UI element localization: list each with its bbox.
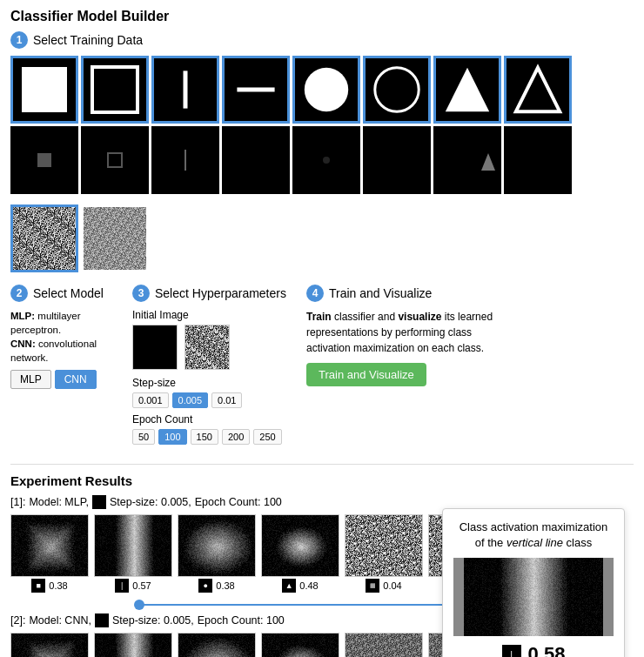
training-cell-small-tri[interactable] (433, 126, 501, 194)
result-1-model: Model: MLP, (29, 496, 89, 508)
step-size-001[interactable]: 0.01 (211, 392, 242, 408)
result-2-item-2[interactable]: ○ 0.70 (178, 633, 256, 657)
result-1-score-0: ■ 0.38 (31, 579, 67, 593)
result-1-item-2[interactable]: ● 0.38 (178, 514, 256, 593)
result-2-img-0 (10, 633, 89, 657)
step2-header: 2 Select Model (10, 285, 115, 302)
score-icon-vline: | (115, 579, 129, 593)
step1-label: Select Training Data (33, 33, 143, 47)
score-val-2: 0.38 (216, 580, 234, 591)
mlp-bold: MLP: (10, 311, 35, 321)
tooltip-score-value: 0.58 (528, 643, 566, 657)
result-2-img-3 (261, 633, 339, 657)
initial-image-black[interactable] (132, 325, 178, 370)
training-cell-small-sq[interactable] (10, 126, 78, 194)
initial-image-group: Initial Image (132, 309, 289, 370)
result-1-chip (92, 495, 106, 509)
epoch-100[interactable]: 100 (158, 429, 186, 445)
step4-header: 4 Train and Visualize (306, 285, 634, 302)
result-2-chip (95, 613, 109, 627)
step2-badge: 2 (10, 285, 28, 302)
result-2-item-4[interactable]: ▦ 0.03 (345, 633, 423, 657)
training-cell-small-hollow-sq[interactable] (81, 126, 149, 194)
training-cell-small-circ[interactable] (292, 126, 360, 194)
result-1-img-0 (10, 514, 89, 577)
result-1-item-0[interactable]: ■ 0.38 (10, 514, 89, 593)
result-1-img-2 (178, 514, 256, 577)
result-2-item-3[interactable]: ▲ 0.76 (261, 633, 339, 657)
initial-image-noise[interactable] (184, 325, 230, 370)
result-1-item-4[interactable]: ▦ 0.04 (345, 514, 423, 593)
connector-container (139, 596, 479, 616)
noise-cell-2[interactable] (81, 204, 149, 272)
result-1-item-3[interactable]: ▲ 0.48 (261, 514, 339, 593)
result-1-stepsize: Step-size: 0.005, (110, 496, 191, 508)
select-hyper-section: 3 Select Hyperparameters Initial Image S… (132, 285, 289, 450)
train-visualize-button[interactable]: Train and Visualize (306, 363, 426, 386)
sections-row: 2 Select Model MLP: multilayer perceptro… (10, 285, 634, 450)
score-icon-sq: ■ (31, 579, 45, 593)
step-size-group: Step-size 0.001 0.005 0.01 (132, 377, 289, 408)
training-grid (10, 56, 634, 194)
noise-cell-1[interactable] (10, 204, 78, 272)
noise-row (10, 204, 634, 272)
training-cell-small-horiz[interactable] (222, 126, 290, 194)
result-1-epoch: Epoch Count: 100 (195, 496, 282, 508)
result-2-index: [2]: (10, 614, 25, 627)
result-2-item-1[interactable]: | 0.93 (94, 633, 172, 657)
step4-label: Train and Visualize (329, 286, 432, 300)
step-size-0001[interactable]: 0.001 (132, 392, 169, 408)
score-icon-noise4: ▦ (366, 579, 379, 593)
result-2-item-0[interactable]: □ 0.64 (10, 633, 89, 657)
tooltip-score-icon: | (502, 645, 521, 657)
result-1-item-1[interactable]: | 0.57 (94, 514, 172, 593)
step3-label: Select Hyperparameters (155, 286, 286, 300)
training-cell-hollow-triangle[interactable] (504, 56, 572, 124)
epoch-250[interactable]: 250 (253, 429, 281, 445)
training-cell-small-hollow-circ[interactable] (363, 126, 431, 194)
training-cell-small-hollow-tri[interactable] (504, 126, 572, 194)
step-size-0005[interactable]: 0.005 (172, 392, 209, 408)
step-size-label: Step-size (132, 377, 289, 389)
tooltip-title: Class activation maximization of the ver… (453, 520, 614, 551)
result-2-model: Model: CNN, (29, 614, 91, 627)
model-btn-row: MLP CNN (10, 370, 115, 389)
result-2-img-1 (94, 633, 172, 657)
page-title: Classifier Model Builder (10, 9, 634, 24)
training-cell-filled-circle[interactable] (292, 56, 360, 124)
epoch-50[interactable]: 50 (132, 429, 155, 445)
select-model-section: 2 Select Model MLP: multilayer perceptro… (10, 285, 115, 389)
step1-header: 1 Select Training Data (10, 31, 634, 49)
page-container: Classifier Model Builder 1 Select Traini… (0, 0, 644, 657)
visualize-bold: visualize (398, 311, 441, 323)
epoch-200[interactable]: 200 (222, 429, 250, 445)
score-icon-circ: ● (198, 579, 212, 593)
tooltip-title-italic: vertical line (506, 536, 563, 549)
epoch-150[interactable]: 150 (191, 429, 218, 445)
epoch-count-label: Epoch Count (132, 413, 289, 426)
training-cell-hollow-circle[interactable] (363, 56, 431, 124)
result-1-img-4 (345, 514, 423, 577)
training-cell-hollow-square[interactable] (81, 56, 149, 124)
results-title: Experiment Results (10, 473, 634, 488)
result-2-stepsize: Step-size: 0.005, (112, 614, 194, 627)
tooltip-popup: Class activation maximization of the ver… (442, 508, 625, 657)
training-cell-horizontal-line[interactable] (222, 56, 290, 124)
mlp-button[interactable]: MLP (10, 370, 51, 389)
training-cell-filled-square[interactable] (10, 56, 78, 124)
cnn-button[interactable]: CNN (55, 370, 97, 389)
training-cell-small-vert[interactable] (151, 126, 219, 194)
result-1-img-3 (261, 514, 339, 577)
training-cell-vertical-line[interactable] (151, 56, 219, 124)
result-2-img-2 (178, 633, 256, 657)
train-section: 4 Train and Visualize Train classifier a… (306, 285, 634, 386)
result-1-score-4: ▦ 0.04 (366, 579, 401, 593)
score-val-3: 0.48 (299, 580, 318, 591)
score-val-4: 0.04 (383, 580, 401, 591)
training-cell-filled-triangle[interactable] (433, 56, 501, 124)
results-section: Experiment Results [1]: Model: MLP, Step… (10, 473, 634, 657)
score-icon-tri: ▲ (282, 579, 296, 593)
step3-header: 3 Select Hyperparameters (132, 285, 289, 302)
result-1-score-2: ● 0.38 (198, 579, 234, 593)
epoch-count-group: Epoch Count 50 100 150 200 250 (132, 413, 289, 445)
